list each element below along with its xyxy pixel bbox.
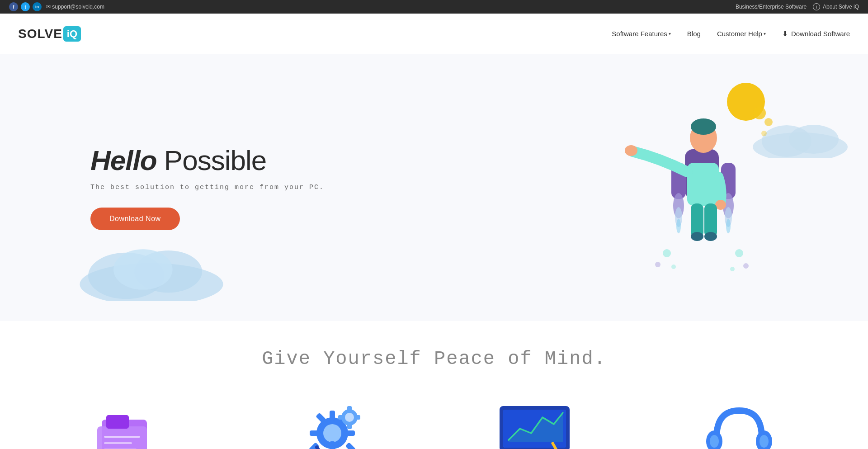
- svg-rect-45: [310, 430, 320, 436]
- about-link[interactable]: i About Solve iQ: [813, 3, 859, 10]
- svg-point-10: [761, 131, 767, 136]
- nav-item-blog[interactable]: Blog: [687, 30, 701, 38]
- navbar: SOLVE iQ Software Features ▾ Blog Custom…: [0, 14, 868, 54]
- svg-point-8: [753, 107, 766, 119]
- logo-solve: SOLVE: [18, 27, 62, 41]
- social-icons: f t in: [9, 2, 42, 11]
- chart-icon: [495, 402, 576, 449]
- feature-folder: [84, 402, 174, 449]
- peace-title: Give Yourself Peace of Mind.: [18, 348, 850, 370]
- chevron-down-icon: ▾: [669, 31, 671, 36]
- svg-point-3: [113, 249, 173, 290]
- svg-rect-43: [330, 411, 335, 421]
- support-email[interactable]: ✉ support@solveiq.com: [46, 4, 104, 10]
- enterprise-link[interactable]: Business/Enterprise Software: [736, 4, 807, 10]
- svg-rect-50: [345, 442, 356, 449]
- svg-point-9: [764, 118, 773, 126]
- software-features-label: Software Features: [612, 30, 667, 38]
- svg-point-27: [691, 232, 703, 241]
- twitter-icon[interactable]: t: [21, 2, 30, 11]
- hero-content: Hello Possible The best solution to gett…: [0, 127, 324, 248]
- svg-point-33: [743, 263, 749, 269]
- top-bar-right: Business/Enterprise Software i About Sol…: [736, 3, 859, 10]
- svg-point-16: [676, 219, 681, 233]
- download-software-label: Download Software: [791, 30, 850, 38]
- svg-rect-37: [106, 415, 129, 429]
- svg-point-19: [726, 219, 731, 233]
- top-bar: f t in ✉ support@solveiq.com Business/En…: [0, 0, 868, 14]
- svg-point-29: [663, 249, 671, 257]
- svg-point-31: [671, 265, 676, 269]
- nav-item-software-features[interactable]: Software Features ▾: [612, 30, 671, 38]
- headset-icon: [703, 402, 775, 449]
- svg-point-67: [710, 435, 719, 448]
- svg-point-30: [655, 262, 660, 267]
- top-bar-left: f t in ✉ support@solveiq.com: [9, 2, 104, 11]
- feature-chart: [491, 402, 581, 449]
- feature-gear: [287, 397, 377, 449]
- svg-point-34: [730, 267, 735, 271]
- download-now-button[interactable]: Download Now: [90, 208, 180, 230]
- hero-subtitle: The best solution to getting more from y…: [90, 184, 324, 191]
- linkedin-icon[interactable]: in: [33, 2, 42, 11]
- svg-point-22: [691, 118, 716, 135]
- svg-point-32: [735, 249, 743, 257]
- folder-icon: [95, 402, 163, 449]
- svg-rect-44: [330, 441, 335, 449]
- hero-title-bold: Hello: [90, 145, 157, 176]
- svg-point-42: [323, 424, 341, 442]
- hero-title: Hello Possible: [90, 145, 324, 176]
- info-icon: i: [813, 3, 820, 10]
- hero-illustration: [588, 63, 814, 307]
- gear-icon: [296, 397, 368, 449]
- hero-title-regular: Possible: [157, 145, 267, 176]
- nav-item-customer-help[interactable]: Customer Help ▾: [717, 30, 766, 38]
- svg-point-52: [345, 413, 354, 422]
- svg-point-23: [625, 145, 637, 156]
- nav-download-software[interactable]: ⬇ Download Software: [782, 29, 850, 38]
- svg-rect-53: [347, 406, 352, 412]
- svg-rect-46: [345, 430, 355, 436]
- hero-section: Hello Possible The best solution to gett…: [0, 54, 868, 321]
- feature-headset: [694, 402, 784, 449]
- svg-rect-54: [347, 423, 352, 429]
- peace-section: Give Yourself Peace of Mind.: [0, 321, 868, 379]
- svg-point-69: [760, 435, 769, 448]
- svg-point-28: [704, 232, 717, 241]
- svg-rect-56: [354, 415, 360, 420]
- facebook-icon[interactable]: f: [9, 2, 18, 11]
- download-icon: ⬇: [782, 29, 788, 38]
- features-row: [0, 379, 868, 449]
- svg-rect-55: [338, 415, 344, 420]
- chevron-down-icon: ▾: [764, 31, 766, 36]
- customer-help-label: Customer Help: [717, 30, 762, 38]
- blog-label: Blog: [687, 30, 701, 38]
- nav-links: Software Features ▾ Blog Customer Help ▾…: [612, 29, 850, 38]
- logo[interactable]: SOLVE iQ: [18, 26, 81, 42]
- logo-iq: iQ: [63, 26, 81, 42]
